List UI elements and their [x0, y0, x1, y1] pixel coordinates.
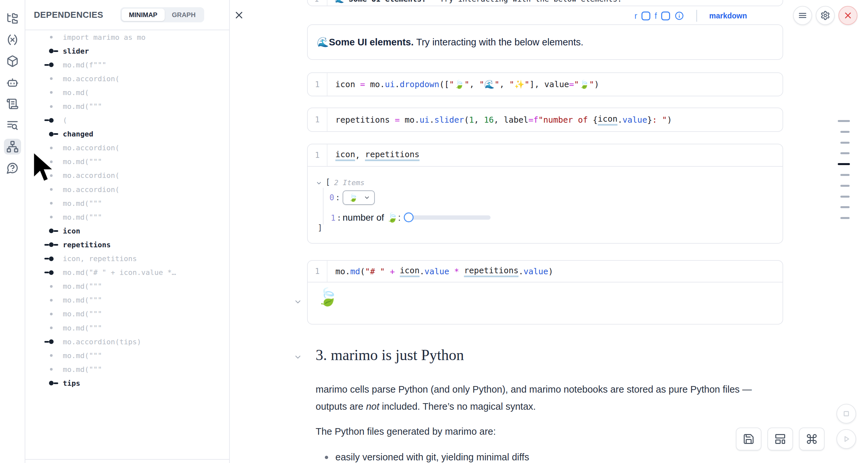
cell-dot-icon [44, 348, 59, 362]
help-icon [6, 162, 19, 174]
minimap-cell-row[interactable]: icon, repetitions [25, 252, 229, 266]
save-icon [743, 433, 754, 445]
variable-port-icon [44, 114, 59, 127]
tree-output: [ 2 Items 0 : 🍃 1 : number of 🍃: ] [308, 167, 782, 243]
cell-dot-icon [44, 210, 59, 224]
line-number: 1 [308, 261, 328, 282]
minimap-cell-row[interactable]: mo.md(""" [25, 279, 229, 293]
code-cell-slider[interactable]: 1 repetitions = mo.ui.slider(1, 16, labe… [307, 107, 783, 132]
tab-minimap[interactable]: MINIMAP [122, 8, 165, 21]
play-icon [841, 434, 851, 444]
tab-graph[interactable]: GRAPH [165, 8, 203, 21]
section-heading: 3. marimo is just Python [316, 346, 464, 364]
minimap-cell-row[interactable]: mo.md(f""" [25, 58, 229, 72]
minimap-cell-row[interactable]: mo.md(""" [25, 196, 229, 210]
cell-dot-icon [44, 100, 59, 114]
minimap-cell-row[interactable]: mo.md("# " + icon.value *… [25, 266, 229, 279]
minimap-cell-row[interactable]: repetitions [25, 238, 229, 252]
minimap-cell-label: mo.md(""" [63, 365, 102, 374]
sidebar-file-tree-button[interactable] [4, 10, 21, 26]
markdown-heading-output: 🍃 [317, 288, 338, 306]
command-palette-button[interactable] [799, 428, 825, 451]
minimap-cell-row[interactable]: tips [25, 376, 229, 390]
cell-mark[interactable] [840, 206, 849, 208]
minimap-cell-row[interactable]: mo.md(""" [25, 348, 229, 362]
code-line[interactable]: repetitions = mo.ui.slider(1, 16, label=… [328, 108, 782, 131]
icon-dropdown-select[interactable]: 🍃 [343, 190, 375, 205]
code-cell-dropdown[interactable]: 1 icon = mo.ui.dropdown(["🍃", "🌊", "✨"],… [307, 72, 783, 96]
code-line[interactable]: mo.md("# " + icon.value * repetitions.va… [328, 261, 782, 282]
fstring-checkbox[interactable] [661, 11, 670, 21]
chevron-down-icon [293, 353, 302, 361]
minimap-cell-row[interactable]: mo.md(""" [25, 362, 229, 376]
sidebar-help-button[interactable] [4, 160, 21, 176]
info-button[interactable] [674, 11, 684, 21]
sidebar-logs-button[interactable] [4, 96, 21, 112]
minimap-cell-label: mo.md(""" [63, 310, 102, 318]
cell-mark[interactable] [840, 185, 849, 187]
notebook-menu-button[interactable] [793, 6, 812, 25]
minimap-cell-label: mo.accordion( [63, 144, 119, 152]
reactive-toggle-label: r [634, 11, 637, 21]
cell-mark[interactable] [840, 131, 849, 133]
minimap-cell-row[interactable]: import marimo as mo [25, 30, 229, 44]
cell-mark[interactable] [840, 142, 849, 144]
shutdown-button[interactable] [838, 6, 858, 25]
minimap-cell-label: mo.md(""" [63, 351, 102, 360]
sidebar-ai-assistant-button[interactable] [4, 75, 21, 90]
repetitions-slider-track[interactable] [404, 215, 491, 220]
minimap-cell-row[interactable]: slider [25, 44, 229, 58]
cell-mark[interactable] [840, 217, 849, 219]
ai-assistant-icon [6, 76, 19, 89]
variable-port-icon [44, 127, 59, 141]
markdown-cell-editor[interactable]: 1 🌊 Some UI elements. Try interacting wi… [307, 0, 783, 6]
run-button[interactable] [836, 429, 856, 449]
save-button[interactable] [736, 428, 762, 451]
minimap-cell-label: mo.md( [63, 89, 89, 97]
section-fold-button[interactable] [293, 353, 302, 361]
sidebar-variables-button[interactable] [4, 32, 21, 48]
sidebar-packages-button[interactable] [4, 53, 21, 69]
sidebar-snippets-button[interactable] [4, 117, 21, 133]
fstring-toggle-label: f [655, 11, 657, 21]
minimap-cell-row[interactable]: mo.md(""" [25, 321, 229, 335]
language-markdown-button[interactable]: markdown [709, 11, 747, 21]
minimap-cell-label: import marimo as mo [63, 33, 146, 41]
cell-mark[interactable] [840, 196, 849, 197]
cell-mark[interactable] [840, 174, 849, 176]
minimap-cell-row[interactable]: ( [25, 114, 229, 127]
minimap-cell-row[interactable]: changed [25, 127, 229, 141]
output-text: 🌊 Some UI elements. Try interacting with… [317, 25, 583, 59]
tree-guide-line [323, 188, 323, 225]
minimap-cell-row[interactable]: mo.md(""" [25, 293, 229, 307]
code-line[interactable]: icon, repetitions [328, 144, 782, 166]
minimap-cell-row[interactable]: mo.accordion(tips) [25, 335, 229, 348]
settings-button[interactable] [816, 6, 835, 25]
repetitions-slider-handle[interactable] [404, 212, 414, 222]
minimap-cell-label: mo.md(""" [63, 199, 102, 208]
paragraph: marimo cells parse Python (and only Pyth… [316, 381, 776, 415]
minimap-cell-label: mo.accordion( [63, 171, 119, 180]
minimap-cell-row[interactable]: mo.accordion( [25, 72, 229, 86]
stop-button[interactable] [836, 404, 856, 424]
bullet-icon [325, 456, 328, 459]
minimap-cell-row[interactable]: mo.md(""" [25, 99, 229, 113]
layout-button[interactable] [767, 428, 793, 451]
cell-mark[interactable] [840, 152, 849, 154]
minimap-cell-label: ( [63, 116, 67, 124]
minimap-cell-label: mo.md(""" [63, 324, 102, 332]
minimap-cell-row[interactable]: icon [25, 224, 229, 238]
tree-collapse-button[interactable] [316, 180, 322, 186]
minimap-cell-row[interactable]: mo.md( [25, 86, 229, 99]
reactive-checkbox[interactable] [642, 11, 650, 21]
minimap-cell-row[interactable]: mo.md(""" [25, 307, 229, 321]
minimap-cell-label: mo.md("# " + icon.value *… [63, 268, 176, 277]
cell-mark[interactable] [838, 120, 850, 122]
close-icon [234, 9, 245, 21]
minimap-cell-row[interactable]: mo.md(""" [25, 210, 229, 224]
code-line[interactable]: icon = mo.ui.dropdown(["🍃", "🌊", "✨"], v… [328, 73, 782, 96]
cell-fold-button[interactable] [293, 298, 302, 306]
sidebar-dependency-graph-button[interactable] [4, 139, 21, 155]
current-cell-mark[interactable] [838, 163, 850, 165]
close-panel-button[interactable] [234, 9, 245, 21]
